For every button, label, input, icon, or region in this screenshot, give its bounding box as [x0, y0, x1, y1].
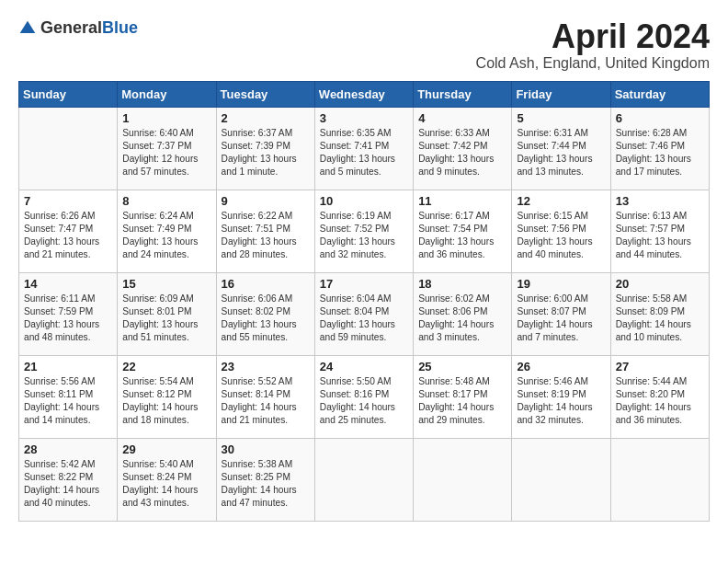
day-number: 15: [122, 277, 210, 291]
day-number: 12: [517, 194, 605, 208]
weekday-header-tuesday: Tuesday: [216, 81, 314, 107]
day-number: 27: [616, 360, 704, 373]
day-number: 11: [418, 194, 506, 208]
calendar-cell: 24Sunrise: 5:50 AM Sunset: 8:16 PM Dayli…: [314, 355, 413, 438]
calendar-cell: 15Sunrise: 6:09 AM Sunset: 8:01 PM Dayli…: [118, 272, 216, 355]
title-block: April 2024 Cold Ash, England, United Kin…: [476, 18, 710, 72]
weekday-header-saturday: Saturday: [610, 81, 709, 107]
calendar-table: SundayMondayTuesdayWednesdayThursdayFrid…: [18, 81, 710, 522]
week-row-3: 14Sunrise: 6:11 AM Sunset: 7:59 PM Dayli…: [19, 272, 710, 355]
cell-info: Sunrise: 6:19 AM Sunset: 7:52 PM Dayligh…: [320, 210, 408, 262]
week-row-1: 1Sunrise: 6:40 AM Sunset: 7:37 PM Daylig…: [19, 107, 710, 190]
weekday-header-row: SundayMondayTuesdayWednesdayThursdayFrid…: [19, 81, 710, 107]
calendar-cell: 22Sunrise: 5:54 AM Sunset: 8:12 PM Dayli…: [118, 355, 216, 438]
cell-info: Sunrise: 6:15 AM Sunset: 7:56 PM Dayligh…: [517, 210, 605, 262]
calendar-cell: 29Sunrise: 5:40 AM Sunset: 8:24 PM Dayli…: [118, 438, 216, 521]
cell-info: Sunrise: 5:42 AM Sunset: 8:22 PM Dayligh…: [24, 458, 112, 511]
calendar-cell: [414, 438, 512, 521]
day-number: 18: [418, 277, 506, 291]
day-number: 13: [616, 194, 704, 208]
calendar-cell: 17Sunrise: 6:04 AM Sunset: 8:04 PM Dayli…: [314, 272, 413, 355]
cell-info: Sunrise: 6:31 AM Sunset: 7:44 PM Dayligh…: [517, 127, 605, 179]
calendar-cell: 2Sunrise: 6:37 AM Sunset: 7:39 PM Daylig…: [216, 107, 314, 190]
weekday-header-thursday: Thursday: [414, 81, 512, 107]
calendar-cell: 10Sunrise: 6:19 AM Sunset: 7:52 PM Dayli…: [314, 190, 413, 272]
location-title: Cold Ash, England, United Kingdom: [476, 55, 710, 72]
day-number: 23: [222, 360, 310, 373]
calendar-cell: 30Sunrise: 5:38 AM Sunset: 8:25 PM Dayli…: [216, 438, 314, 521]
calendar-cell: 26Sunrise: 5:46 AM Sunset: 8:19 PM Dayli…: [512, 355, 610, 438]
day-number: 19: [517, 277, 605, 291]
day-number: 24: [320, 360, 408, 373]
calendar-cell: 8Sunrise: 6:24 AM Sunset: 7:49 PM Daylig…: [118, 190, 216, 272]
cell-info: Sunrise: 6:02 AM Sunset: 8:06 PM Dayligh…: [418, 293, 506, 345]
calendar-cell: 5Sunrise: 6:31 AM Sunset: 7:44 PM Daylig…: [512, 107, 610, 190]
week-row-4: 21Sunrise: 5:56 AM Sunset: 8:11 PM Dayli…: [19, 355, 710, 438]
cell-info: Sunrise: 6:28 AM Sunset: 7:46 PM Dayligh…: [616, 127, 704, 179]
cell-info: Sunrise: 5:54 AM Sunset: 8:12 PM Dayligh…: [122, 375, 210, 428]
calendar-cell: 6Sunrise: 6:28 AM Sunset: 7:46 PM Daylig…: [610, 107, 709, 190]
day-number: 7: [24, 194, 112, 208]
cell-info: Sunrise: 6:40 AM Sunset: 7:37 PM Dayligh…: [122, 127, 210, 179]
week-row-2: 7Sunrise: 6:26 AM Sunset: 7:47 PM Daylig…: [19, 190, 710, 272]
day-number: 29: [122, 442, 210, 456]
day-number: 3: [320, 111, 408, 125]
weekday-header-wednesday: Wednesday: [314, 81, 413, 107]
cell-info: Sunrise: 6:09 AM Sunset: 8:01 PM Dayligh…: [122, 293, 210, 345]
day-number: 16: [222, 277, 310, 291]
cell-info: Sunrise: 6:06 AM Sunset: 8:02 PM Dayligh…: [222, 293, 310, 345]
calendar-cell: 19Sunrise: 6:00 AM Sunset: 8:07 PM Dayli…: [512, 272, 610, 355]
calendar-cell: 27Sunrise: 5:44 AM Sunset: 8:20 PM Dayli…: [610, 355, 709, 438]
day-number: 22: [122, 360, 210, 373]
calendar-cell: 4Sunrise: 6:33 AM Sunset: 7:42 PM Daylig…: [414, 107, 512, 190]
cell-info: Sunrise: 5:40 AM Sunset: 8:24 PM Dayligh…: [122, 458, 210, 511]
cell-info: Sunrise: 6:13 AM Sunset: 7:57 PM Dayligh…: [616, 210, 704, 262]
cell-info: Sunrise: 6:00 AM Sunset: 8:07 PM Dayligh…: [517, 293, 605, 345]
calendar-cell: 9Sunrise: 6:22 AM Sunset: 7:51 PM Daylig…: [216, 190, 314, 272]
day-number: 30: [222, 442, 310, 456]
calendar-cell: 1Sunrise: 6:40 AM Sunset: 7:37 PM Daylig…: [118, 107, 216, 190]
svg-marker-0: [20, 20, 36, 32]
header: GeneralBlue April 2024 Cold Ash, England…: [18, 18, 710, 72]
calendar-cell: 25Sunrise: 5:48 AM Sunset: 8:17 PM Dayli…: [414, 355, 512, 438]
cell-info: Sunrise: 6:17 AM Sunset: 7:54 PM Dayligh…: [418, 210, 506, 262]
weekday-header-sunday: Sunday: [19, 81, 118, 107]
cell-info: Sunrise: 5:46 AM Sunset: 8:19 PM Dayligh…: [517, 375, 605, 428]
cell-info: Sunrise: 6:26 AM Sunset: 7:47 PM Dayligh…: [24, 210, 112, 262]
day-number: 14: [24, 277, 112, 291]
logo-icon: [18, 19, 37, 38]
cell-info: Sunrise: 6:11 AM Sunset: 7:59 PM Dayligh…: [24, 293, 112, 345]
calendar-cell: [512, 438, 610, 521]
cell-info: Sunrise: 6:35 AM Sunset: 7:41 PM Dayligh…: [320, 127, 408, 179]
cell-info: Sunrise: 6:37 AM Sunset: 7:39 PM Dayligh…: [222, 127, 310, 179]
day-number: 26: [517, 360, 605, 373]
cell-info: Sunrise: 5:56 AM Sunset: 8:11 PM Dayligh…: [24, 375, 112, 428]
calendar-cell: 18Sunrise: 6:02 AM Sunset: 8:06 PM Dayli…: [414, 272, 512, 355]
cell-info: Sunrise: 5:58 AM Sunset: 8:09 PM Dayligh…: [616, 293, 704, 345]
calendar-cell: 3Sunrise: 6:35 AM Sunset: 7:41 PM Daylig…: [314, 107, 413, 190]
day-number: 28: [24, 442, 112, 456]
calendar-cell: [610, 438, 709, 521]
day-number: 25: [418, 360, 506, 373]
calendar-cell: 14Sunrise: 6:11 AM Sunset: 7:59 PM Dayli…: [19, 272, 118, 355]
calendar-cell: 11Sunrise: 6:17 AM Sunset: 7:54 PM Dayli…: [414, 190, 512, 272]
weekday-header-friday: Friday: [512, 81, 610, 107]
cell-info: Sunrise: 6:24 AM Sunset: 7:49 PM Dayligh…: [122, 210, 210, 262]
cell-info: Sunrise: 6:22 AM Sunset: 7:51 PM Dayligh…: [222, 210, 310, 262]
calendar-cell: 21Sunrise: 5:56 AM Sunset: 8:11 PM Dayli…: [19, 355, 118, 438]
logo-general: General: [40, 18, 102, 37]
day-number: 17: [320, 277, 408, 291]
cell-info: Sunrise: 5:48 AM Sunset: 8:17 PM Dayligh…: [418, 375, 506, 428]
cell-info: Sunrise: 5:38 AM Sunset: 8:25 PM Dayligh…: [222, 458, 310, 511]
calendar-cell: 20Sunrise: 5:58 AM Sunset: 8:09 PM Dayli…: [610, 272, 709, 355]
day-number: 2: [222, 111, 310, 125]
day-number: 21: [24, 360, 112, 373]
calendar-cell: 16Sunrise: 6:06 AM Sunset: 8:02 PM Dayli…: [216, 272, 314, 355]
logo: GeneralBlue: [18, 18, 138, 38]
day-number: 6: [616, 111, 704, 125]
calendar-cell: 23Sunrise: 5:52 AM Sunset: 8:14 PM Dayli…: [216, 355, 314, 438]
calendar-cell: 7Sunrise: 6:26 AM Sunset: 7:47 PM Daylig…: [19, 190, 118, 272]
cell-info: Sunrise: 5:44 AM Sunset: 8:20 PM Dayligh…: [616, 375, 704, 428]
cell-info: Sunrise: 6:04 AM Sunset: 8:04 PM Dayligh…: [320, 293, 408, 345]
day-number: 1: [122, 111, 210, 125]
